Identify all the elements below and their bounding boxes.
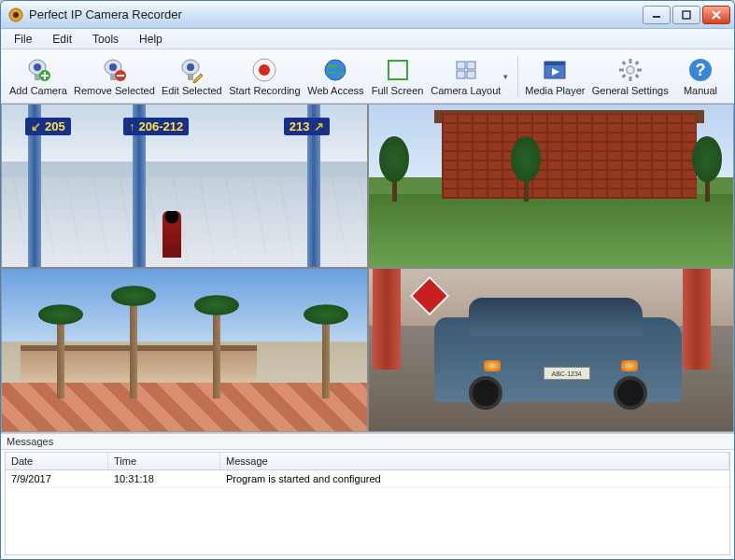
sign-text: 205: [45, 119, 65, 133]
messages-table: Date Time Message 7/9/2017 10:31:18 Prog…: [5, 452, 730, 555]
cell-message: Program is started and configured: [220, 470, 729, 487]
camera-layout-button[interactable]: Camera Layout: [429, 51, 503, 102]
webcam-plus-icon: [25, 57, 51, 83]
license-plate: ABC-1234: [544, 367, 590, 380]
menu-edit[interactable]: Edit: [43, 31, 81, 48]
camera-feed-2[interactable]: [369, 105, 734, 267]
messages-body[interactable]: 7/9/2017 10:31:18 Program is started and…: [6, 470, 729, 554]
grid-layout-icon: [453, 57, 479, 83]
tool-label: General Settings: [592, 85, 669, 96]
tool-label: Web Access: [307, 85, 363, 96]
fullscreen-icon: [385, 57, 411, 83]
svg-rect-24: [457, 71, 465, 78]
minimize-button[interactable]: [643, 6, 671, 24]
svg-point-15: [187, 63, 194, 71]
media-player-button[interactable]: Media Player: [522, 51, 587, 102]
general-settings-button[interactable]: General Settings: [589, 51, 671, 102]
svg-rect-33: [621, 61, 626, 65]
messages-panel: Messages Date Time Message 7/9/2017 10:3…: [1, 432, 734, 559]
media-player-icon: [542, 57, 568, 83]
edit-selected-button[interactable]: Edit Selected: [159, 51, 225, 102]
svg-rect-27: [544, 62, 565, 65]
svg-rect-36: [621, 74, 626, 78]
svg-rect-25: [467, 71, 475, 78]
svg-rect-29: [629, 59, 631, 63]
message-row[interactable]: 7/9/2017 10:31:18 Program is started and…: [6, 470, 729, 488]
svg-rect-22: [457, 62, 465, 69]
menubar: File Edit Tools Help: [1, 29, 734, 49]
app-icon: [8, 7, 23, 22]
sign-text: 206-212: [139, 119, 184, 133]
tool-label: Media Player: [525, 85, 585, 96]
svg-rect-30: [629, 77, 631, 81]
remove-selected-button[interactable]: Remove Selected: [72, 51, 157, 102]
toolbar-separator: [517, 56, 518, 97]
app-window: Perfect IP Camera Recorder File Edit Too…: [0, 0, 735, 560]
tool-label: Add Camera: [9, 85, 67, 96]
close-button[interactable]: [702, 6, 730, 24]
tool-label: Start Recording: [229, 85, 300, 96]
window-controls: [643, 6, 730, 24]
record-icon: [251, 57, 277, 83]
webcam-minus-icon: [101, 57, 127, 83]
menu-tools[interactable]: Tools: [83, 31, 128, 48]
menu-help[interactable]: Help: [130, 31, 172, 48]
svg-rect-23: [467, 62, 475, 69]
toolbar: Add Camera Remove Selected Edit Selected…: [1, 49, 734, 104]
globe-icon: [322, 57, 348, 83]
svg-rect-31: [619, 68, 624, 71]
webcam-edit-icon: [178, 57, 205, 83]
sign-text: 213: [290, 119, 310, 133]
camera-feed-1[interactable]: ↙205 ↑206-212 213↗: [2, 105, 367, 267]
svg-point-11: [109, 63, 117, 71]
tool-label: Edit Selected: [162, 85, 222, 96]
svg-rect-21: [389, 61, 407, 79]
svg-point-18: [259, 64, 270, 76]
camera-feed-3[interactable]: [2, 269, 367, 431]
camera-layout-dropdown[interactable]: ▾: [502, 72, 510, 81]
camera-grid: ↙205 ↑206-212 213↗ ABC-1234: [1, 104, 734, 432]
start-recording-button[interactable]: Start Recording: [227, 51, 304, 102]
svg-rect-35: [634, 61, 639, 65]
svg-rect-16: [188, 75, 193, 80]
full-screen-button[interactable]: Full Screen: [369, 51, 427, 102]
svg-point-7: [34, 63, 41, 71]
cell-date: 7/9/2017: [6, 470, 108, 487]
col-message[interactable]: Message: [220, 453, 729, 469]
manual-button[interactable]: ? Manual: [672, 51, 728, 102]
tool-label: Manual: [684, 85, 717, 96]
svg-point-1: [13, 12, 19, 18]
svg-rect-32: [637, 68, 642, 71]
svg-point-37: [628, 67, 633, 73]
help-icon: ?: [687, 57, 714, 83]
svg-rect-34: [634, 74, 639, 78]
svg-text:?: ?: [696, 61, 706, 79]
gear-icon: [617, 57, 643, 83]
camera-feed-4[interactable]: ABC-1234: [369, 269, 734, 431]
tool-label: Full Screen: [372, 85, 424, 96]
messages-panel-title: Messages: [1, 433, 734, 450]
tool-label: Camera Layout: [431, 85, 501, 96]
window-title: Perfect IP Camera Recorder: [29, 7, 643, 21]
add-camera-button[interactable]: Add Camera: [7, 51, 70, 102]
titlebar[interactable]: Perfect IP Camera Recorder: [1, 1, 734, 29]
col-time[interactable]: Time: [108, 453, 220, 469]
svg-rect-3: [683, 11, 690, 19]
tool-label: Remove Selected: [74, 85, 155, 96]
maximize-button[interactable]: [672, 6, 700, 24]
messages-header: Date Time Message: [6, 453, 729, 470]
menu-file[interactable]: File: [5, 31, 41, 48]
web-access-button[interactable]: Web Access: [304, 51, 366, 102]
cell-time: 10:31:18: [108, 470, 220, 487]
col-date[interactable]: Date: [6, 453, 108, 469]
